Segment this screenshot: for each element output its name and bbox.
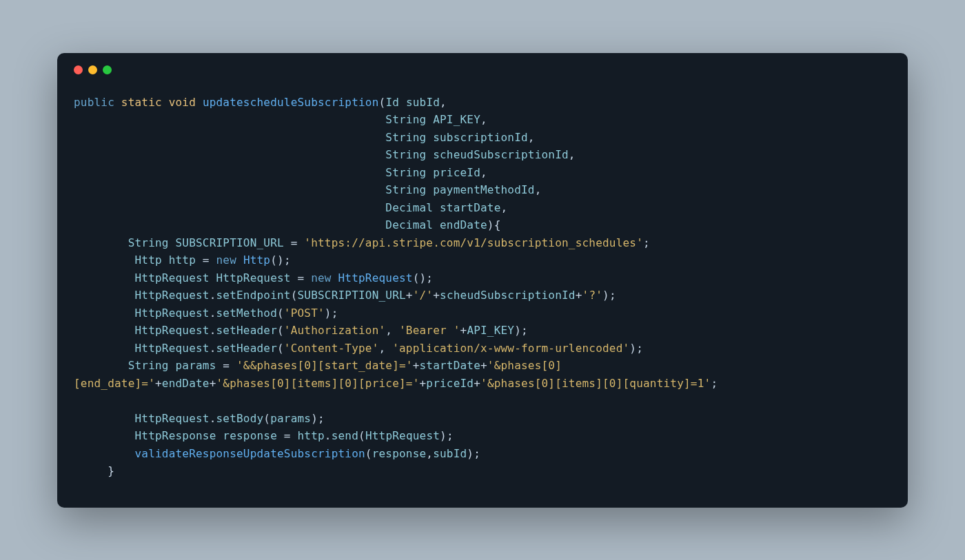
variable: SUBSCRIPTION_URL <box>298 289 406 302</box>
code-window: public static void updatescheduleSubscri… <box>57 53 908 508</box>
variable: http <box>169 253 196 267</box>
close-icon[interactable] <box>74 65 83 74</box>
variable: http <box>298 429 325 442</box>
maximize-icon[interactable] <box>103 65 112 74</box>
variable: response <box>372 447 427 460</box>
param-name: endDate <box>440 218 487 231</box>
param-name: scheudSubscriptionId <box>433 148 569 161</box>
param-name: paymentMethodId <box>433 183 535 196</box>
param-type: String <box>385 148 426 161</box>
method-call: setEndpoint <box>216 289 291 302</box>
method-call: setMethod <box>216 307 278 320</box>
string-literal: 'https://api.stripe.com/v1/subscription_… <box>304 236 643 249</box>
minimize-icon[interactable] <box>88 65 97 74</box>
variable: response <box>223 429 277 442</box>
param-type: Decimal <box>385 201 433 214</box>
type: String <box>128 236 169 249</box>
param-type: String <box>385 166 426 179</box>
variable: subId <box>433 447 467 460</box>
variable: SUBSCRIPTION_URL <box>176 236 284 249</box>
variable: HttpRequest <box>135 412 210 425</box>
param-name: API_KEY <box>433 113 480 126</box>
variable: HttpRequest <box>216 271 291 284</box>
string-literal: '/' <box>413 289 434 302</box>
function-name: updatescheduleSubscription <box>203 96 379 109</box>
string-literal: '&phases[0][items][0][quantity]=1' <box>480 377 711 390</box>
param-name: subId <box>406 96 440 109</box>
param-type: String <box>385 131 426 144</box>
variable: priceId <box>426 377 474 390</box>
method-call: setBody <box>216 412 264 425</box>
function-call: validateResponseUpdateSubscription <box>135 447 365 460</box>
param-type: Id <box>385 96 399 109</box>
param-name: priceId <box>433 166 480 179</box>
string-literal: 'POST' <box>284 307 325 320</box>
variable: HttpRequest <box>135 307 210 320</box>
type: String <box>128 359 169 372</box>
param-type: String <box>385 113 426 126</box>
keyword-public: public <box>74 96 114 109</box>
variable: HttpRequest <box>135 324 210 337</box>
string-literal: [end_date]=' <box>74 377 155 390</box>
variable: HttpRequest <box>135 289 210 302</box>
string-literal: 'Authorization' <box>284 324 386 337</box>
variable: params <box>176 359 216 372</box>
constructor: HttpRequest <box>338 271 413 284</box>
keyword-new: new <box>216 253 237 267</box>
type: HttpRequest <box>135 271 210 284</box>
method-call: setHeader <box>216 324 278 337</box>
method-call: setHeader <box>216 342 278 355</box>
string-literal: 'Content-Type' <box>284 342 379 355</box>
variable: startDate <box>420 359 481 372</box>
keyword-new: new <box>311 271 332 284</box>
keyword-static: static <box>121 96 162 109</box>
string-literal: '?' <box>582 289 603 302</box>
string-literal: 'application/x-www-form-urlencoded' <box>392 342 629 355</box>
variable: params <box>270 412 311 425</box>
param-name: subscriptionId <box>433 131 528 144</box>
string-literal: '&phases[0][items][0][price]=' <box>216 377 420 390</box>
variable: API_KEY <box>467 324 514 337</box>
variable: endDate <box>162 377 210 390</box>
code-block: public static void updatescheduleSubscri… <box>74 94 891 480</box>
string-literal: 'Bearer ' <box>399 324 460 337</box>
variable: HttpRequest <box>135 342 210 355</box>
string-literal: '&&phases[0][start_date]=' <box>236 359 413 372</box>
variable: HttpRequest <box>365 429 440 442</box>
param-type: String <box>385 183 426 196</box>
type: HttpResponse <box>135 429 216 442</box>
type: Http <box>135 253 162 267</box>
constructor: Http <box>243 253 270 267</box>
variable: scheudSubscriptionId <box>440 289 576 302</box>
param-name: startDate <box>440 201 501 214</box>
method-call: send <box>332 429 358 442</box>
param-type: Decimal <box>385 218 433 231</box>
keyword-void: void <box>169 96 196 109</box>
string-literal: '&phases[0] <box>487 359 562 372</box>
window-titlebar <box>74 65 891 74</box>
